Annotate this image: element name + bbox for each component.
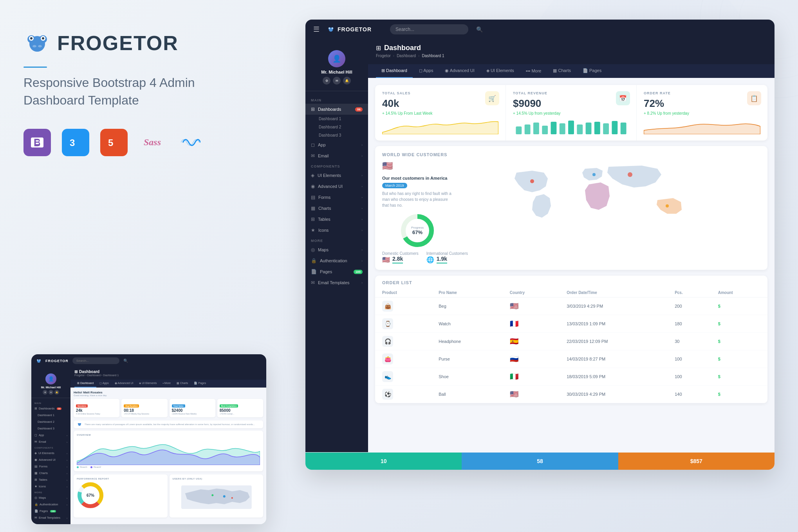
small-user-action-3[interactable]: 🔔	[54, 390, 59, 395]
svg-point-8	[30, 37, 32, 40]
brand-name: FROGETOR	[57, 31, 179, 55]
auth-label: Authentication	[320, 258, 347, 263]
sidebar-item-pages[interactable]: 📄 Pages 189	[305, 266, 368, 277]
small-stat-card-4: Best Completion 85000 +73.5% Compl...	[217, 399, 263, 417]
small-user-action-2[interactable]: ✉	[49, 390, 53, 395]
svg-point-54	[530, 179, 534, 183]
bottom-tab-3[interactable]: $857	[618, 453, 775, 470]
order-row-1: ⌚ Watch 🇫🇷 13/03/2019 1:09 PM 180 $	[375, 315, 767, 333]
small-sidebar-app[interactable]: ◻ App ›	[31, 432, 70, 438]
small-user-action[interactable]: ⚙	[43, 390, 47, 395]
bottom-tab-1[interactable]: 10	[305, 453, 462, 470]
small-sidebar-ui[interactable]: ◈ UI Elements ›	[31, 450, 70, 456]
tab-charts[interactable]: ▦ Charts	[547, 64, 576, 78]
sidebar-item-auth[interactable]: 🔒 Authentication ›	[305, 255, 368, 266]
small-badge-sessions: Sessions	[76, 404, 88, 408]
sidebar-dashboard3[interactable]: Dashboard 3	[305, 131, 368, 139]
small-tab-advanced[interactable]: ◉ Advanced UI	[112, 380, 136, 388]
order-row-5: ⚽ Ball 🇺🇸 30/03/2019 4:29 PM 140 $	[375, 386, 767, 403]
order-flag-2: 🇪🇸	[510, 337, 518, 345]
sidebar-item-tables[interactable]: ⊞ Tables ›	[305, 214, 368, 225]
tab-ui-elements[interactable]: ◈ UI Elements	[481, 64, 520, 78]
small-sidebar-email[interactable]: ✉ Email ›	[31, 438, 70, 445]
charts-label: Charts	[318, 206, 331, 211]
dash-sidebar: 👤 Mr. Michael Hill ⚙ ✉ 🔔 MAIN ⊞ Dashboar…	[305, 39, 368, 452]
sidebar-item-charts[interactable]: ▦ Charts ›	[305, 203, 368, 214]
sidebar-dashboard1[interactable]: Dashboard 1	[305, 115, 368, 123]
small-sidebar-pages[interactable]: 📄 Pages 189	[31, 508, 70, 514]
order-amount-2: $	[711, 333, 767, 350]
small-tab-apps[interactable]: ◻ Apps	[97, 380, 112, 388]
order-pcs-4: 100	[668, 368, 711, 386]
small-maps-arrow: ›	[67, 497, 67, 499]
user-email-btn[interactable]: ✉	[333, 77, 341, 85]
small-sidebar-dashboard2[interactable]: Dashboard 2	[31, 418, 70, 425]
small-sidebar-advanced[interactable]: ◉ Advanced UI ›	[31, 456, 70, 463]
small-dashboard-icon: ⊞	[34, 407, 37, 410]
small-tab-ui[interactable]: ◈ UI Elements	[136, 380, 159, 388]
small-sidebar-dashboard1[interactable]: Dashboard 1	[31, 412, 70, 418]
small-legend-1: React1	[77, 466, 87, 468]
tab-advanced-ui[interactable]: ◉ Advanced UI	[439, 64, 480, 78]
sidebar-item-ui-elements[interactable]: ◈ UI Elements ›	[305, 170, 368, 181]
brand-header: FROGETOR	[23, 31, 282, 55]
total-revenue-change: + 14.5% Up from yesterday	[513, 111, 629, 115]
sidebar-item-advanced-ui[interactable]: ◉ Advanced UI ›	[305, 181, 368, 192]
small-sidebar-forms[interactable]: ▤ Forms ›	[31, 463, 70, 470]
pages-badge: 189	[354, 270, 363, 274]
small-search-input[interactable]	[72, 357, 119, 364]
small-greeting: Hello! Matt Rosales	[74, 391, 263, 394]
world-map-section: WORLD WIDE CUSTOMERS 🇺🇸 Our most custome…	[375, 146, 767, 270]
small-sidebar-maps[interactable]: ◎ Maps ›	[31, 494, 70, 501]
user-settings-btn[interactable]: ⚙	[323, 77, 330, 85]
sidebar-item-app[interactable]: ◻ App ›	[305, 139, 368, 150]
small-sidebar-icons[interactable]: ★ Icons ›	[31, 483, 70, 490]
small-tab-pages[interactable]: 📄 Pages	[191, 380, 209, 388]
small-tab-charts[interactable]: ▦ Charts	[174, 380, 191, 388]
tab-dashboard[interactable]: ⊞ Dashboard	[376, 64, 413, 78]
sidebar-item-forms[interactable]: ▤ Forms ›	[305, 192, 368, 203]
order-row-0: 👜 Beg 🇺🇸 3/03/2019 4:29 PM 200 $	[375, 298, 767, 315]
sidebar-item-dashboards[interactable]: ⊞ Dashboards 06	[305, 104, 368, 115]
hamburger-icon[interactable]: ☰	[313, 25, 320, 34]
charts-sidebar-icon: ▦	[311, 206, 315, 211]
dashboards-icon: ⊞	[311, 106, 315, 112]
small-sidebar-tables[interactable]: ⊞ Tables ›	[31, 476, 70, 483]
small-stat-sub-4: +73.5% Compl...	[220, 413, 261, 415]
ui-elements-arrow: ›	[361, 174, 363, 177]
total-revenue-label: TOTAL REVENUE	[513, 91, 629, 95]
icons-icon: ★	[311, 227, 315, 233]
small-sidebar-dashboards[interactable]: ⊞ Dashboards 06	[31, 405, 70, 412]
month-badge: March 2019	[382, 183, 407, 188]
dash-search-input[interactable]	[390, 24, 468, 34]
small-sidebar-email-templates[interactable]: ✉ Email Templates ›	[31, 514, 70, 521]
tab-pages[interactable]: 📄 Pages	[577, 64, 607, 78]
small-sidebar-charts[interactable]: ▦ Charts ›	[31, 470, 70, 476]
app-icon: ◻	[311, 142, 315, 148]
tagline: Responsive Bootstrap 4 Admin Dashboard T…	[23, 74, 219, 109]
order-row-3: 👛 Purse 🇷🇺 14/03/2019 8:27 PM 100 $	[375, 350, 767, 368]
sidebar-dashboard2[interactable]: Dashboard 2	[305, 123, 368, 131]
col-amount: Amount	[711, 288, 767, 298]
total-sales-chart	[382, 119, 498, 134]
tab-apps[interactable]: ◻ Apps	[413, 64, 439, 78]
small-logo: FROGETOR	[45, 359, 69, 363]
small-email-arrow: ›	[67, 441, 67, 443]
svg-point-20	[78, 423, 79, 424]
small-tab-dashboard[interactable]: ⊞ Dashboard	[74, 380, 96, 388]
sidebar-item-maps[interactable]: ◎ Maps ›	[305, 244, 368, 255]
small-sidebar-auth[interactable]: 🔒 Authentication ›	[31, 501, 70, 508]
order-amount-4: $	[711, 368, 767, 386]
small-tab-more[interactable]: • More	[160, 380, 173, 388]
sidebar-item-email-templates[interactable]: ✉ Email Templates ›	[305, 277, 368, 288]
tab-more[interactable]: ••• More	[520, 64, 547, 78]
svg-text:67%: 67%	[87, 493, 94, 498]
small-sidebar-components-label: COMPONENTS	[31, 445, 70, 450]
order-product-4: 👟	[375, 368, 431, 386]
sidebar-item-email[interactable]: ✉ Email ›	[305, 150, 368, 161]
sidebar-item-icons[interactable]: ★ Icons ›	[305, 225, 368, 236]
small-sidebar-dashboard3[interactable]: Dashboard 3	[31, 425, 70, 432]
user-notifications-btn[interactable]: 🔔	[343, 77, 351, 85]
bottom-tab-2[interactable]: 58	[462, 453, 618, 470]
col-pro-name: Pro Name	[431, 288, 503, 298]
